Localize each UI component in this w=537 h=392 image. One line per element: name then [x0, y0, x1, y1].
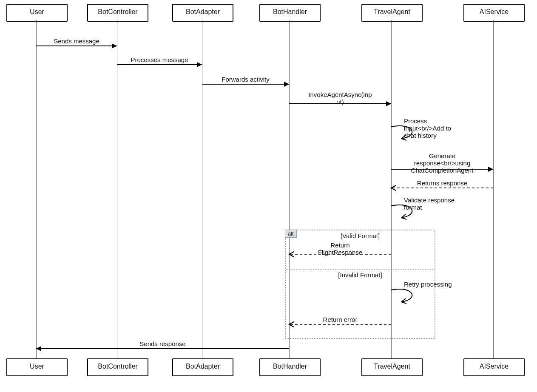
- message-label: Return error: [289, 316, 391, 323]
- sequence-diagram: UserUserBotControllerBotControllerBotAda…: [0, 0, 537, 392]
- actor-handler-top: BotHandler: [259, 4, 321, 22]
- actor-label: BotHandler: [273, 8, 307, 15]
- message-label: Sends response: [36, 340, 289, 347]
- actor-label: BotAdapter: [186, 8, 220, 15]
- message-label: Returns response: [391, 179, 493, 187]
- message-label: Forwards activity: [202, 76, 289, 83]
- actor-label: User: [30, 8, 44, 15]
- message-label: Validate response format: [404, 196, 476, 211]
- actor-ai-top: AIService: [463, 4, 525, 22]
- message-label: Retry processing: [404, 281, 476, 288]
- message-label: InvokeAgentAsync(inp ut): [289, 91, 391, 105]
- actor-adapter-bottom: BotAdapter: [172, 358, 233, 376]
- message-label: Processes message: [117, 56, 202, 63]
- actor-label: TravelAgent: [374, 363, 410, 370]
- actor-handler-bottom: BotHandler: [259, 358, 321, 376]
- message-label: Process input<br/>Add to chat history: [404, 117, 476, 139]
- alt-guard-1: [Valid Format]: [286, 232, 435, 239]
- alt-guard-2: [Invalid Format]: [286, 271, 435, 278]
- message-label: Return FlightResponse: [289, 241, 391, 256]
- message-label: Generate response<br/>using ChatCompleti…: [391, 152, 493, 174]
- actor-agent-top: TravelAgent: [361, 4, 423, 22]
- actor-user-top: User: [6, 4, 68, 22]
- lifeline-user: [36, 20, 37, 358]
- actor-adapter-top: BotAdapter: [172, 4, 233, 22]
- alt-divider: [286, 269, 435, 270]
- actor-label: BotAdapter: [186, 363, 220, 370]
- actor-controller-bottom: BotController: [87, 358, 148, 376]
- actor-ai-bottom: AIService: [463, 358, 525, 376]
- message-label: Sends message: [36, 37, 117, 45]
- lifeline-adapter: [202, 20, 202, 358]
- actor-agent-bottom: TravelAgent: [361, 358, 423, 376]
- actor-label: User: [30, 363, 44, 370]
- actor-label: TravelAgent: [374, 8, 410, 15]
- actor-label: BotController: [98, 363, 137, 370]
- actor-controller-top: BotController: [87, 4, 148, 22]
- lifeline-controller: [117, 20, 117, 358]
- actor-label: AIService: [480, 8, 509, 15]
- actor-user-bottom: User: [6, 358, 68, 376]
- actor-label: BotHandler: [273, 363, 307, 370]
- actor-label: AIService: [480, 363, 509, 370]
- actor-label: BotController: [98, 8, 137, 15]
